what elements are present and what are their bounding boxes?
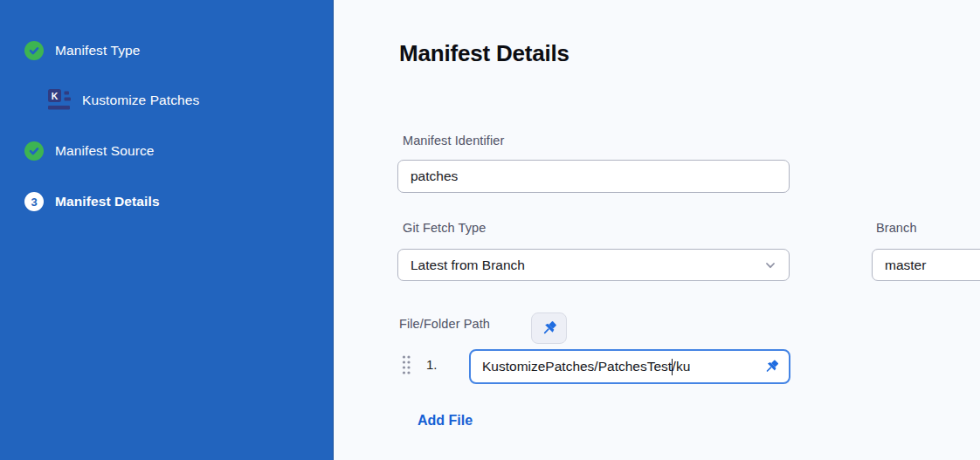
step-manifest-source[interactable]: Manifest Source: [24, 141, 155, 161]
runtime-input-pin-button-inline[interactable]: [763, 359, 780, 375]
add-file-button[interactable]: Add File: [418, 413, 473, 429]
file-folder-path-label: File/Folder Path: [399, 317, 490, 331]
step-label: Manifest Source: [55, 143, 155, 159]
kustomize-icon: K: [48, 89, 71, 111]
branch-label: Branch: [876, 221, 917, 235]
git-fetch-type-select[interactable]: Latest from Branch: [397, 249, 790, 281]
step-label: Kustomize Patches: [82, 93, 199, 108]
step-sub-kustomize-patches[interactable]: K Kustomize Patches: [48, 89, 199, 111]
step-number-badge: 3: [24, 192, 44, 211]
check-icon: [28, 45, 40, 57]
branch-value: master: [885, 257, 926, 273]
svg-text:K: K: [52, 91, 59, 101]
manifest-identifier-input[interactable]: patches: [397, 160, 790, 193]
manifest-identifier-label: Manifest Identifier: [403, 134, 504, 148]
chevron-down-icon: [764, 259, 776, 271]
pin-icon: [763, 359, 780, 375]
manifest-identifier-value: patches: [411, 168, 458, 184]
step-manifest-details[interactable]: 3 Manifest Details: [24, 192, 160, 211]
wizard-steps-sidebar: Manifest Type K Kustomize Patches Manife…: [0, 0, 334, 460]
file-path-value-before-caret: KustomizePatches/PatchesTest: [482, 359, 672, 374]
check-icon: [28, 145, 40, 157]
step-label: Manifest Type: [55, 43, 141, 58]
branch-input[interactable]: master: [872, 249, 980, 281]
step-complete-badge: [24, 41, 44, 60]
git-fetch-type-value: Latest from Branch: [411, 257, 525, 273]
page-title: Manifest Details: [399, 40, 569, 67]
step-complete-badge: [24, 141, 44, 161]
file-path-input[interactable]: KustomizePatches/PatchesTest/ku: [469, 349, 790, 384]
step-label: Manifest Details: [55, 194, 160, 209]
runtime-input-pin-button[interactable]: [531, 312, 567, 344]
step-manifest-type[interactable]: Manifest Type: [24, 41, 141, 60]
path-row-index: 1.: [426, 357, 438, 372]
drag-handle-icon[interactable]: [402, 354, 412, 375]
pin-icon: [541, 319, 558, 337]
manifest-wizard-screen: Manifest Type K Kustomize Patches Manife…: [0, 0, 980, 460]
file-path-value-after-caret: /ku: [673, 359, 691, 374]
git-fetch-type-label: Git Fetch Type: [403, 221, 486, 235]
